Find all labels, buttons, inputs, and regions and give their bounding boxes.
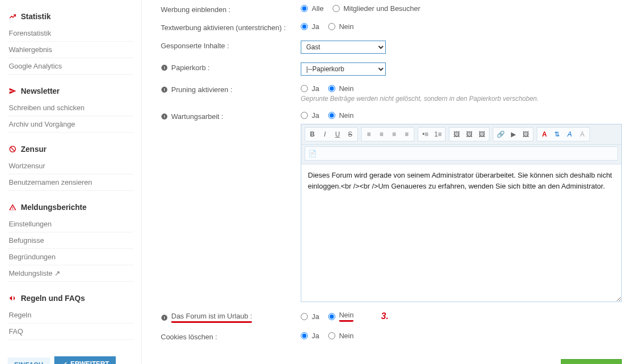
send-icon <box>9 87 16 95</box>
underline-icon[interactable]: U <box>331 129 344 140</box>
main-panel: Werbung einblenden : Alle Mitglieder und… <box>142 0 641 364</box>
link-icon[interactable]: 🔗 <box>494 129 507 140</box>
radio-cookies-ja[interactable] <box>301 332 308 339</box>
sidebar-item-begruendungen[interactable]: Begründungen <box>8 249 133 265</box>
radio-pruning-ja[interactable] <box>301 85 308 92</box>
sidebar-header-statistik: Statistik <box>8 10 133 25</box>
info-icon[interactable]: i <box>161 113 168 120</box>
sidebar-item-schreiben[interactable]: Schreiben und schicken <box>8 100 133 116</box>
select-papierkorb[interactable]: |--Papierkorb <box>301 62 386 76</box>
label-urlaub: i Das Forum ist im Urlaub : <box>161 311 301 323</box>
sidebar-item-meldungsliste[interactable]: Meldungsliste ↗ <box>8 265 133 282</box>
svg-text:i: i <box>164 65 165 70</box>
rich-text-editor: B I U S ≡ ≡ ≡ ≡ •≡ 1≡ <box>301 124 622 302</box>
strike-icon[interactable]: S <box>344 129 356 140</box>
radio-cookies-nein[interactable] <box>328 332 335 339</box>
label-gesponsert: Gesponserte Inhalte : <box>161 41 301 50</box>
ban-icon <box>9 145 16 153</box>
list-number-icon[interactable]: 1≡ <box>432 129 444 140</box>
sidebar-title: Newsletter <box>21 87 60 95</box>
radio-wartung-ja[interactable] <box>301 112 308 119</box>
sidebar-item-regeln[interactable]: Regeln <box>8 307 133 323</box>
radio-label[interactable]: Nein <box>339 332 354 340</box>
svg-text:i: i <box>164 87 165 92</box>
font-size-icon[interactable]: ⇅ <box>551 129 563 140</box>
radio-label[interactable]: Ja <box>312 332 319 340</box>
sidebar-item-befugnisse[interactable]: Befugnisse <box>8 232 133 249</box>
annotation-3: 3. <box>381 311 388 321</box>
sidebar-item-forenstatistik[interactable]: Forenstatistik <box>8 25 133 42</box>
mode-simple-button[interactable]: EINFACH <box>8 357 50 364</box>
editor-textarea[interactable]: Dieses Forum wird gerade von seinem Admi… <box>301 164 621 302</box>
sidebar-title: Statistik <box>21 12 50 21</box>
sidebar-title: Zensur <box>21 145 47 153</box>
sidebar-header-zensur: Zensur <box>8 143 133 158</box>
chart-icon <box>9 13 16 20</box>
sidebar-title: Meldungsberichte <box>21 203 87 212</box>
mode-extended-button[interactable]: ERWEITERT <box>54 356 115 364</box>
italic-icon[interactable]: I <box>319 129 331 140</box>
radio-label[interactable]: Nein <box>339 311 354 322</box>
image-edit-icon[interactable]: 🖼 <box>463 129 475 140</box>
radio-label[interactable]: Ja <box>312 312 319 321</box>
font-color-icon[interactable]: A <box>538 129 550 140</box>
radio-textwerbung-ja[interactable] <box>301 23 308 30</box>
media-icon[interactable]: 🖼 <box>520 129 532 140</box>
radio-label[interactable]: Alle <box>312 4 324 13</box>
info-icon[interactable]: i <box>161 86 168 93</box>
radio-label[interactable]: Mitglieder und Besucher <box>344 4 420 13</box>
align-left-icon[interactable]: ≡ <box>363 129 375 140</box>
label-werbung: Werbung einblenden : <box>161 4 301 14</box>
radio-label[interactable]: Ja <box>312 111 319 120</box>
align-center-icon[interactable]: ≡ <box>375 129 387 140</box>
radio-werbung-alle[interactable] <box>301 5 308 12</box>
svg-line-1 <box>11 147 15 151</box>
bold-icon[interactable]: B <box>306 129 318 140</box>
radio-werbung-mitglieder[interactable] <box>333 5 340 12</box>
radio-textwerbung-nein[interactable] <box>328 23 335 30</box>
list-bullet-icon[interactable]: •≡ <box>419 129 431 140</box>
radio-label[interactable]: Nein <box>339 84 354 93</box>
sidebar-item-google-analytics[interactable]: Google Analytics <box>8 58 133 75</box>
info-icon[interactable]: i <box>161 64 168 71</box>
radio-label[interactable]: Nein <box>339 111 354 120</box>
label-papierkorb: i Papierkorb : <box>161 62 301 72</box>
sidebar-item-benutzernamen[interactable]: Benutzernamen zensieren <box>8 174 133 191</box>
horn-icon <box>9 294 16 302</box>
source-icon[interactable]: 📄 <box>306 148 318 159</box>
hint-pruning: Geprunte Beiträge werden nicht gelöscht,… <box>301 95 622 103</box>
font-family-icon[interactable]: A <box>564 129 576 140</box>
mode-extended-label: ERWEITERT <box>70 360 109 364</box>
label-textwerbung: Textwerbung aktivieren (unterstrichen) : <box>161 22 301 32</box>
select-gesponsert[interactable]: Gast <box>301 41 386 54</box>
label-cookies: Cookies löschen : <box>161 332 301 341</box>
submit-button[interactable]: ABSENDEN <box>561 359 622 364</box>
radio-pruning-nein[interactable] <box>328 85 335 92</box>
clear-format-icon[interactable]: A <box>576 129 588 140</box>
sidebar-header-newsletter: Newsletter <box>8 84 133 100</box>
sidebar-header-regeln: Regeln und FAQs <box>8 292 133 307</box>
sidebar-header-meldungen: Meldungsberichte <box>8 201 133 216</box>
radio-label[interactable]: Nein <box>339 22 354 31</box>
label-wartung: i Wartungsarbeit : <box>161 111 301 121</box>
svg-text:i: i <box>164 114 165 119</box>
editor-toolbar: B I U S ≡ ≡ ≡ ≡ •≡ 1≡ <box>301 124 621 145</box>
radio-label[interactable]: Ja <box>312 22 319 31</box>
flash-icon[interactable]: ▶ <box>507 129 519 140</box>
sidebar-item-archiv[interactable]: Archiv und Vorgänge <box>8 116 133 133</box>
info-icon[interactable]: i <box>161 314 168 321</box>
label-pruning: i Pruning aktivieren : <box>161 84 301 94</box>
radio-urlaub-ja[interactable] <box>301 313 308 320</box>
radio-wartung-nein[interactable] <box>328 112 335 119</box>
warning-icon <box>9 203 16 211</box>
sidebar-item-einstellungen[interactable]: Einstellungen <box>8 216 133 232</box>
image-link-icon[interactable]: 🖼 <box>476 129 488 140</box>
radio-urlaub-nein[interactable] <box>328 313 335 320</box>
sidebar-item-wahlergebnis[interactable]: Wahlergebnis <box>8 42 133 58</box>
radio-label[interactable]: Ja <box>312 84 319 93</box>
sidebar-item-faq[interactable]: FAQ <box>8 323 133 340</box>
align-right-icon[interactable]: ≡ <box>388 129 400 140</box>
align-justify-icon[interactable]: ≡ <box>401 129 413 140</box>
sidebar-item-wortzensur[interactable]: Wortzensur <box>8 158 133 174</box>
image-add-icon[interactable]: 🖼 <box>451 129 463 140</box>
